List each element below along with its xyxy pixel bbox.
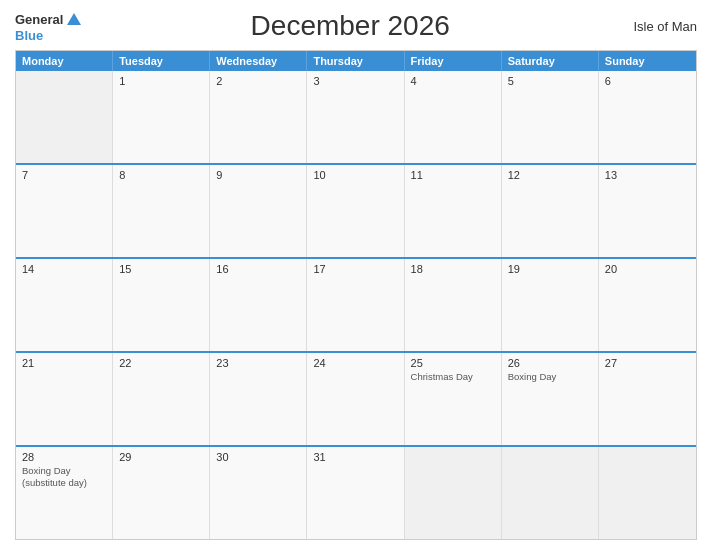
calendar-cell: 15 <box>113 259 210 351</box>
calendar-cell: 5 <box>502 71 599 163</box>
day-number: 8 <box>119 169 203 181</box>
day-number: 25 <box>411 357 495 369</box>
calendar-cell: 27 <box>599 353 696 445</box>
day-number: 18 <box>411 263 495 275</box>
day-number: 6 <box>605 75 690 87</box>
col-monday: Monday <box>16 51 113 71</box>
day-number: 31 <box>313 451 397 463</box>
day-number: 22 <box>119 357 203 369</box>
logo-icon <box>65 11 83 29</box>
calendar-cell: 31 <box>307 447 404 539</box>
calendar-cell <box>502 447 599 539</box>
col-saturday: Saturday <box>502 51 599 71</box>
calendar: Monday Tuesday Wednesday Thursday Friday… <box>15 50 697 540</box>
day-number: 1 <box>119 75 203 87</box>
day-number: 27 <box>605 357 690 369</box>
day-number: 3 <box>313 75 397 87</box>
day-number: 24 <box>313 357 397 369</box>
calendar-cell: 28Boxing Day (substitute day) <box>16 447 113 539</box>
day-number: 10 <box>313 169 397 181</box>
day-number: 26 <box>508 357 592 369</box>
day-number: 2 <box>216 75 300 87</box>
logo-blue: Blue <box>15 29 43 42</box>
calendar-cell: 2 <box>210 71 307 163</box>
calendar-cell: 20 <box>599 259 696 351</box>
svg-marker-0 <box>67 13 81 25</box>
day-number: 23 <box>216 357 300 369</box>
col-tuesday: Tuesday <box>113 51 210 71</box>
day-number: 16 <box>216 263 300 275</box>
calendar-cell: 29 <box>113 447 210 539</box>
header: General Blue December 2026 Isle of Man <box>15 10 697 42</box>
calendar-title: December 2026 <box>83 10 617 42</box>
calendar-cell: 30 <box>210 447 307 539</box>
holiday-label: Boxing Day <box>508 371 592 383</box>
calendar-week-3: 14151617181920 <box>16 259 696 353</box>
holiday-label: Boxing Day (substitute day) <box>22 465 106 490</box>
day-number: 4 <box>411 75 495 87</box>
day-number: 13 <box>605 169 690 181</box>
calendar-cell: 4 <box>405 71 502 163</box>
day-number: 21 <box>22 357 106 369</box>
day-number: 9 <box>216 169 300 181</box>
logo-general: General <box>15 13 63 26</box>
logo: General Blue <box>15 11 83 42</box>
calendar-cell: 10 <box>307 165 404 257</box>
calendar-cell <box>16 71 113 163</box>
calendar-week-5: 28Boxing Day (substitute day)293031 <box>16 447 696 539</box>
calendar-cell <box>599 447 696 539</box>
day-number: 17 <box>313 263 397 275</box>
day-number: 20 <box>605 263 690 275</box>
calendar-cell: 22 <box>113 353 210 445</box>
day-number: 28 <box>22 451 106 463</box>
calendar-week-1: 123456 <box>16 71 696 165</box>
day-number: 29 <box>119 451 203 463</box>
calendar-cell: 13 <box>599 165 696 257</box>
calendar-cell: 12 <box>502 165 599 257</box>
col-wednesday: Wednesday <box>210 51 307 71</box>
calendar-cell: 18 <box>405 259 502 351</box>
calendar-week-4: 2122232425Christmas Day26Boxing Day27 <box>16 353 696 447</box>
calendar-cell: 14 <box>16 259 113 351</box>
day-number: 19 <box>508 263 592 275</box>
col-sunday: Sunday <box>599 51 696 71</box>
col-thursday: Thursday <box>307 51 404 71</box>
calendar-cell: 8 <box>113 165 210 257</box>
day-number: 30 <box>216 451 300 463</box>
calendar-cell: 9 <box>210 165 307 257</box>
calendar-cell: 25Christmas Day <box>405 353 502 445</box>
calendar-body: 1234567891011121314151617181920212223242… <box>16 71 696 539</box>
calendar-cell: 24 <box>307 353 404 445</box>
calendar-cell: 17 <box>307 259 404 351</box>
holiday-label: Christmas Day <box>411 371 495 383</box>
calendar-cell: 19 <box>502 259 599 351</box>
calendar-cell: 16 <box>210 259 307 351</box>
day-number: 11 <box>411 169 495 181</box>
calendar-cell: 26Boxing Day <box>502 353 599 445</box>
col-friday: Friday <box>405 51 502 71</box>
calendar-cell: 11 <box>405 165 502 257</box>
page: General Blue December 2026 Isle of Man M… <box>0 0 712 550</box>
calendar-cell: 6 <box>599 71 696 163</box>
calendar-cell: 3 <box>307 71 404 163</box>
day-number: 15 <box>119 263 203 275</box>
calendar-week-2: 78910111213 <box>16 165 696 259</box>
calendar-cell: 1 <box>113 71 210 163</box>
calendar-cell <box>405 447 502 539</box>
calendar-cell: 7 <box>16 165 113 257</box>
day-number: 7 <box>22 169 106 181</box>
day-number: 12 <box>508 169 592 181</box>
region-label: Isle of Man <box>617 19 697 34</box>
calendar-cell: 23 <box>210 353 307 445</box>
day-number: 5 <box>508 75 592 87</box>
calendar-cell: 21 <box>16 353 113 445</box>
day-number: 14 <box>22 263 106 275</box>
calendar-header-row: Monday Tuesday Wednesday Thursday Friday… <box>16 51 696 71</box>
